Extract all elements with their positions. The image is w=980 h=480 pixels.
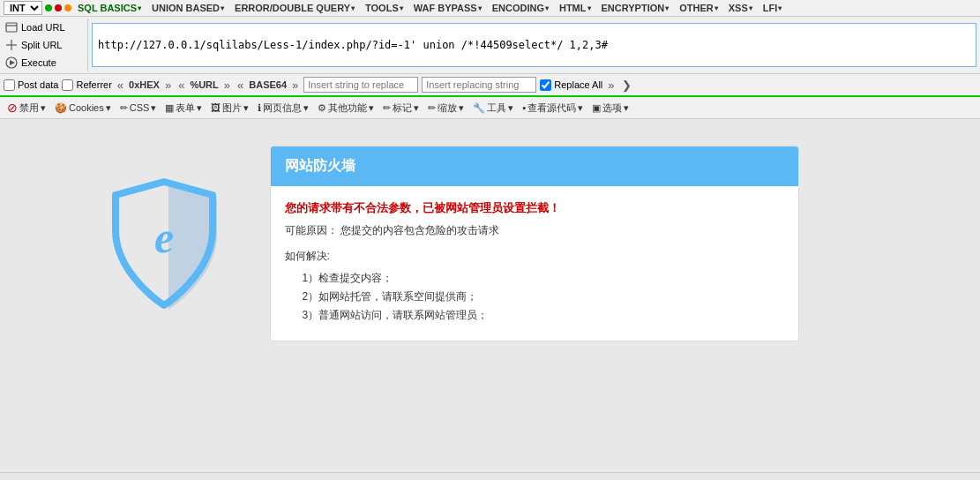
post-data-checkbox[interactable]	[4, 79, 15, 91]
disable-icon: ⊘	[7, 101, 18, 115]
firewall-title: 网站防火墙	[285, 158, 355, 173]
svg-text:e: e	[153, 213, 173, 262]
step-1: 1）检查提交内容；	[303, 271, 784, 286]
other-func-icon: ⚙	[318, 102, 326, 114]
post-data-label: Post data	[18, 79, 58, 90]
url-toolbar: Load URL Split URL Execute	[0, 17, 980, 74]
int-dropdown[interactable]: INT	[4, 1, 42, 15]
url-input[interactable]	[92, 23, 976, 67]
other-func-label: 其他功能	[328, 101, 367, 115]
main-content: e 网站防火墙 您的请求带有不合法参数，已被网站管理员设置拦截！ 可能原因： 您…	[0, 119, 980, 472]
firebug-marks[interactable]: ✏ 标记 ▾	[379, 100, 423, 116]
forms-icon: ▦	[165, 102, 174, 114]
referrer-checkbox-label[interactable]: Referrer	[62, 79, 111, 91]
url-label: %URL	[190, 79, 218, 90]
menu-encryption[interactable]: ENCRYPTION▾	[597, 1, 674, 15]
css-label: CSS	[130, 102, 150, 113]
load-url-icon	[5, 21, 18, 34]
content-row: e 网站防火墙 您的请求带有不合法参数，已被网站管理员设置拦截！ 可能原因： 您…	[94, 146, 887, 341]
insert-replacing-input[interactable]	[422, 77, 536, 93]
marks-label: 标记	[393, 101, 412, 115]
options-label: 选项	[602, 101, 622, 115]
cookies-icon: 🍪	[55, 102, 67, 114]
firebug-page-info[interactable]: ℹ 网页信息 ▾	[254, 100, 312, 116]
info-icon: ℹ	[258, 102, 261, 114]
split-url-button[interactable]: Split URL	[0, 36, 87, 54]
firebug-cookies[interactable]: 🍪 Cookies ▾	[51, 101, 115, 116]
url-sidebar: Load URL Split URL Execute	[0, 19, 88, 71]
dot-red	[55, 4, 62, 11]
reason-prefix: 可能原因：	[285, 224, 338, 236]
page-footer: 其他人怎么说？ 安全狗-网站安全专家	[0, 472, 980, 480]
post-data-checkbox-label[interactable]: Post data	[4, 79, 58, 91]
replace-right-arrow[interactable]: »	[606, 78, 616, 93]
view-source-label: 查看源代码	[527, 101, 576, 115]
menu-encoding[interactable]: ENCODING▾	[488, 1, 553, 15]
reason-text: 您提交的内容包含危险的攻击请求	[340, 224, 499, 236]
svg-marker-5	[10, 60, 15, 65]
menu-tools[interactable]: TOOLS▾	[361, 1, 408, 15]
firewall-body: 您的请求带有不合法参数，已被网站管理员设置拦截！ 可能原因： 您提交的内容包含危…	[271, 186, 798, 341]
menu-html[interactable]: HTML▾	[555, 1, 595, 15]
dot-green	[45, 4, 52, 11]
referrer-checkbox[interactable]	[62, 79, 73, 91]
menu-error-double[interactable]: ERROR/DOUBLE QUERY▾	[230, 1, 359, 15]
replace-right-arrow2[interactable]: ❯	[620, 78, 633, 93]
hex-right-arrow[interactable]: »	[163, 78, 173, 93]
dot-orange	[64, 4, 71, 11]
firebug-forms[interactable]: ▦ 表单 ▾	[161, 100, 206, 116]
referrer-label: Referrer	[76, 79, 111, 90]
int-selector[interactable]: INT	[4, 1, 71, 15]
firewall-reason: 可能原因： 您提交的内容包含危险的攻击请求	[285, 223, 784, 238]
split-url-label: Split URL	[21, 40, 62, 50]
load-url-button[interactable]: Load URL	[0, 19, 87, 36]
firewall-header: 网站防火墙	[271, 146, 798, 186]
firebug-disable[interactable]: ⊘ 禁用 ▾	[4, 99, 49, 116]
disable-arrow: ▾	[41, 102, 46, 114]
css-icon: ✏	[120, 102, 128, 114]
execute-button[interactable]: Execute	[0, 54, 87, 71]
firebug-css[interactable]: ✏ CSS ▾	[116, 101, 161, 116]
base64-right-arrow[interactable]: »	[290, 78, 300, 93]
replace-all-text: Replace All	[554, 79, 602, 90]
tools-label: 工具	[487, 101, 506, 115]
firebug-view-source[interactable]: ▪ 查看源代码 ▾	[519, 100, 587, 116]
menu-waf-bypass[interactable]: WAF BYPASS▾	[409, 1, 486, 15]
cookies-label: Cookies	[69, 102, 104, 113]
replace-all-checkbox[interactable]	[540, 79, 551, 91]
load-url-label: Load URL	[21, 22, 65, 33]
images-label: 图片	[222, 101, 242, 115]
replace-all-label[interactable]: Replace All	[540, 79, 602, 91]
firebug-other-func[interactable]: ⚙ 其他功能 ▾	[314, 100, 378, 116]
zoom-icon: ✏	[428, 102, 436, 114]
disable-label: 禁用	[19, 101, 39, 115]
forms-label: 表单	[176, 101, 195, 115]
firebug-tools[interactable]: 🔧 工具 ▾	[469, 100, 517, 116]
menu-other[interactable]: OTHER▾	[675, 1, 722, 15]
firebug-options[interactable]: ▣ 选项 ▾	[588, 100, 632, 116]
execute-label: Execute	[21, 57, 56, 68]
hex-left-arrow[interactable]: «	[116, 78, 125, 93]
base64-left-arrow[interactable]: «	[236, 78, 245, 93]
menu-xss[interactable]: XSS▾	[724, 1, 757, 15]
firebug-images[interactable]: 🖼 图片 ▾	[207, 100, 252, 116]
tools-icon: 🔧	[473, 102, 485, 114]
menu-lfi[interactable]: LFI▾	[759, 1, 787, 15]
step-2: 2）如网站托管，请联系空间提供商；	[303, 289, 784, 304]
split-url-icon	[5, 39, 18, 51]
url-left-arrow[interactable]: «	[176, 78, 186, 93]
svg-rect-0	[6, 23, 17, 32]
menu-union-based[interactable]: UNION BASED▾	[147, 1, 228, 15]
marks-icon: ✏	[383, 102, 391, 114]
options-toolbar: Post data Referrer « 0xHEX » « %URL » « …	[0, 74, 980, 97]
firebug-zoom[interactable]: ✏ 缩放 ▾	[424, 100, 468, 116]
url-input-area	[88, 21, 980, 69]
solution-title: 如何解决:	[285, 249, 784, 264]
base64-label: BASE64	[249, 79, 287, 90]
page-info-label: 网页信息	[263, 101, 302, 115]
menu-sql-basics[interactable]: SQL BASICS▾	[73, 1, 146, 15]
url-right-arrow[interactable]: »	[222, 78, 232, 93]
firewall-box: 网站防火墙 您的请求带有不合法参数，已被网站管理员设置拦截！ 可能原因： 您提交…	[270, 146, 799, 341]
insert-string-input[interactable]	[303, 77, 418, 93]
firewall-warning: 您的请求带有不合法参数，已被网站管理员设置拦截！	[285, 200, 784, 216]
